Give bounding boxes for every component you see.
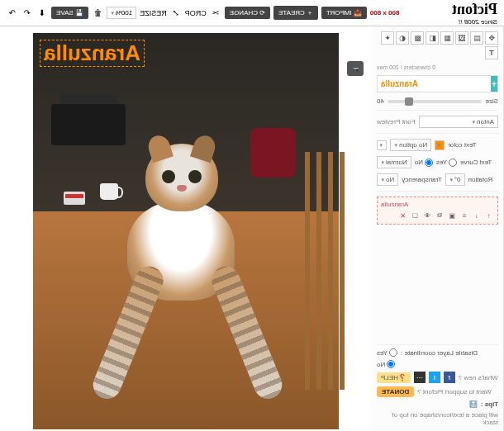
layers-icon[interactable]: ▤	[470, 31, 483, 45]
no-option-select[interactable]: No option	[390, 139, 431, 151]
text-tool-icon[interactable]: T	[485, 46, 498, 59]
layer-item[interactable]: Aranzulla ↑ ↓ ≡ ▣ ⧉ 👁 ☐ ✕	[377, 197, 498, 225]
layer-delete-icon[interactable]: ✕	[397, 211, 407, 220]
save-button[interactable]: 💾SAVE	[51, 7, 88, 19]
crop-icon[interactable]: ✂	[210, 7, 221, 19]
tool-icons-row: ✥ ▤ 🖼 ▦ ◧ ▩ ◐ ✦ T	[377, 31, 498, 59]
size-slider[interactable]	[388, 100, 483, 103]
share-icon[interactable]: ⋯	[414, 372, 426, 383]
text-overlay[interactable]: Aranzulla	[40, 40, 145, 67]
import-button[interactable]: 📥IMPORT	[321, 7, 367, 19]
layer-name: Aranzulla	[381, 201, 494, 208]
logo: Picfont Since 2008 !!	[452, 1, 497, 26]
brand-tagline: Since 2008 !!	[452, 18, 497, 26]
adjust-icon[interactable]: ◧	[426, 31, 439, 45]
whats-new-link[interactable]: What's new ?	[459, 374, 498, 381]
size-label: Size	[485, 97, 498, 105]
curve-no-radio[interactable]: No	[415, 159, 433, 167]
twitter-icon[interactable]: t	[429, 372, 440, 383]
char-counter: 0 characters / 200 max	[377, 64, 498, 70]
layer-copy-icon[interactable]: ⧉	[435, 211, 445, 220]
crop-label: CROP	[185, 9, 207, 17]
layer-center-icon[interactable]: ▣	[447, 211, 457, 220]
effects-icon[interactable]: ✦	[381, 31, 394, 45]
help-button[interactable]: ❓HELP	[377, 372, 411, 383]
add-text-button[interactable]: +	[491, 76, 497, 92]
download-icon[interactable]: ⬇	[36, 7, 48, 19]
coord-no-radio[interactable]: No	[377, 360, 395, 368]
gif-badge[interactable]: 📷	[347, 61, 364, 76]
change-button[interactable]: ⟲CHANGE	[225, 7, 270, 19]
disable-coord-label: Disable Layer coordinate :	[401, 349, 478, 357]
image-icon[interactable]: 🖼	[455, 31, 468, 45]
text-color-label: Text color	[448, 141, 476, 149]
donate-button[interactable]: DONATE	[377, 386, 414, 397]
curve-style-select[interactable]: Normal	[377, 156, 411, 168]
redo-icon[interactable]: ↷	[7, 7, 18, 19]
canvas[interactable]: Aranzulla	[33, 33, 339, 429]
checker-icon[interactable]: ▩	[411, 31, 424, 45]
rotation-label: Rotation	[468, 176, 493, 183]
facebook-icon[interactable]: f	[444, 372, 455, 383]
undo-icon[interactable]: ↶	[21, 7, 33, 19]
curve-yes-radio[interactable]: Yes	[436, 159, 457, 167]
transparency-label: Transparency	[402, 176, 442, 183]
text-color-swatch[interactable]	[435, 140, 445, 150]
photo-content	[33, 33, 339, 429]
create-button[interactable]: ＋CREATE	[273, 6, 318, 20]
canvas-area: 📷	[0, 26, 372, 431]
trash-icon[interactable]: 🗑	[92, 7, 103, 19]
transparency-select[interactable]: No	[377, 173, 398, 186]
font-preview-link[interactable]: Font Preview	[377, 118, 416, 126]
text-curve-label: Text Curve	[460, 159, 492, 166]
coord-yes-radio[interactable]: Yes	[377, 348, 397, 357]
brand-name: Picfont	[452, 1, 497, 18]
rotation-select[interactable]: 0°	[445, 173, 465, 186]
resize-icon[interactable]: ⤢	[170, 7, 182, 19]
text-input[interactable]	[378, 76, 491, 92]
shape-icon[interactable]: ◐	[396, 31, 409, 45]
layer-align-icon[interactable]: ≡	[459, 211, 469, 220]
support-label: Want to support Picfont ?	[417, 388, 492, 395]
layer-visible-icon[interactable]: 👁	[422, 211, 432, 220]
top-toolbar: Picfont Since 2008 !! 800 x 800 📥IMPORT …	[0, 0, 504, 26]
tips-label: Tips :	[481, 400, 498, 408]
grid-icon[interactable]: ▦	[440, 31, 454, 45]
tips-text: will place a text/icon/shape on top of s…	[377, 411, 498, 426]
resize-label: RESIZE	[140, 9, 167, 17]
size-value: 40	[377, 97, 384, 105]
right-panel: ✥ ▤ 🖼 ▦ ◧ ▩ ◐ ✦ T 0 characters / 200 max…	[372, 26, 504, 431]
font-select[interactable]: Anton	[419, 116, 498, 128]
bg-color-swatch[interactable]	[377, 140, 387, 150]
zoom-select[interactable]: 100%	[107, 7, 136, 19]
dimensions-label: 800 x 800	[370, 9, 400, 17]
layer-lock-icon[interactable]: ☐	[410, 211, 420, 220]
text-input-group: +	[377, 75, 498, 92]
layer-down-icon[interactable]: ↓	[472, 211, 482, 220]
layer-up-icon[interactable]: ↑	[484, 211, 494, 220]
tips-icon: 🔝	[469, 400, 478, 408]
move-icon[interactable]: ✥	[485, 31, 498, 45]
